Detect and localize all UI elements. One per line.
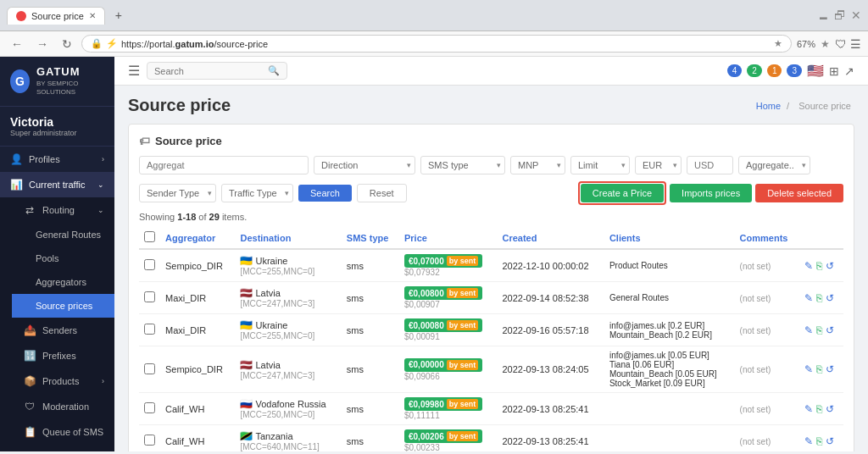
row-checkbox-3[interactable] [144, 363, 155, 374]
sidebar-label-routing: Routing [42, 205, 75, 215]
sidebar-item-profiles[interactable]: 👤 Profiles › [0, 147, 114, 172]
topbar-badge-4[interactable]: 3 [787, 64, 802, 77]
copy-icon[interactable]: ⎘ [816, 324, 822, 336]
topbar-badge-2[interactable]: 2 [747, 64, 762, 77]
cell-actions: ✎ ⎘ ↺ [799, 314, 843, 346]
refresh-icon[interactable]: ↺ [826, 363, 834, 375]
row-checkbox-0[interactable] [144, 259, 155, 270]
sender-type-select[interactable]: Sender Type [139, 184, 216, 202]
sidebar-item-aggregators[interactable]: Aggregators [12, 270, 114, 294]
minimize-button[interactable]: 🗕 [817, 8, 829, 22]
card-title-icon: 🏷 [139, 135, 150, 147]
action-icons: ✎ ⎘ ↺ [804, 292, 838, 304]
sidebar-item-sms-full-data[interactable]: 📊 SMS full data [0, 445, 114, 451]
create-price-button[interactable]: Create a Price [581, 184, 664, 202]
sidebar-item-current-traffic[interactable]: 📊 Current traffic ⌄ [0, 172, 114, 197]
breadcrumb-home[interactable]: Home [756, 101, 781, 111]
copy-icon[interactable]: ⎘ [816, 435, 822, 447]
close-window-button[interactable]: ✕ [851, 8, 861, 22]
copy-icon[interactable]: ⎘ [816, 292, 822, 304]
grid-icon[interactable]: ⊞ [829, 64, 839, 78]
dest-mcc: [MCC=255,MNC=0] [240, 267, 336, 276]
search-input[interactable] [154, 66, 264, 76]
sidebar-item-moderation[interactable]: 🛡 Moderation [0, 394, 114, 419]
client-item: Mountain_Beach [0.05 EUR] [609, 369, 730, 379]
usd-input[interactable] [687, 156, 733, 174]
edit-icon[interactable]: ✎ [804, 260, 813, 272]
url-bar[interactable]: 🔒 ⚡ https://portal.gatum.io/source-price… [81, 35, 792, 53]
language-flag[interactable]: 🇺🇸 [807, 63, 824, 79]
import-prices-button[interactable]: Imports prices [670, 184, 752, 202]
row-checkbox-5[interactable] [144, 435, 155, 446]
aggregate-select[interactable]: Aggregate... [738, 156, 810, 174]
routing-chevron-icon: ⌄ [97, 206, 104, 214]
sidebar-item-general-routes[interactable]: General Routes [12, 223, 114, 246]
cell-actions: ✎ ⎘ ↺ [799, 249, 843, 282]
edit-icon[interactable]: ✎ [804, 292, 813, 304]
star-icon[interactable]: ★ [821, 38, 830, 50]
refresh-icon[interactable]: ↺ [826, 260, 834, 272]
aggregate-select-wrap: Aggregate... [738, 156, 810, 174]
search-box[interactable]: 🔍 [147, 62, 287, 80]
copy-icon[interactable]: ⎘ [816, 403, 822, 415]
reset-button[interactable]: Reset [357, 184, 407, 202]
new-tab-button[interactable]: + [108, 5, 129, 25]
search-button[interactable]: Search [298, 185, 352, 202]
breadcrumb: Home / Source price [756, 101, 854, 111]
traffic-type-select-wrap: Traffic Type [221, 184, 293, 202]
delete-selected-button[interactable]: Delete selected [755, 184, 843, 202]
refresh-icon[interactable]: ↺ [826, 324, 834, 336]
tab-close-button[interactable]: ✕ [89, 11, 96, 20]
client-item: info@james.uk [0.2 EUR] [609, 321, 730, 330]
sidebar-item-prefixes[interactable]: 🔢 Prefixes [0, 343, 114, 368]
select-all-checkbox[interactable] [144, 231, 155, 242]
copy-icon[interactable]: ⎘ [816, 363, 822, 375]
sidebar-item-senders[interactable]: 📤 Senders [0, 318, 114, 343]
row-checkbox-2[interactable] [144, 324, 155, 335]
traffic-type-select[interactable]: Traffic Type [221, 184, 293, 202]
sidebar-item-queue-sms[interactable]: 📋 Queue of SMS [0, 419, 114, 445]
direction-select-wrap: Direction [314, 156, 415, 174]
eur-select[interactable]: EUR [635, 156, 682, 174]
row-checkbox-4[interactable] [144, 402, 155, 413]
sidebar-label-moderation: Moderation [42, 401, 89, 412]
sidebar-item-source-prices[interactable]: Source prices [12, 294, 114, 318]
sidebar-item-routing[interactable]: ⇄ Routing ⌄ [0, 197, 114, 223]
hamburger-icon[interactable]: ☰ [128, 63, 140, 79]
edit-icon[interactable]: ✎ [804, 324, 813, 336]
page-header: Source price Home / Source price [128, 96, 854, 115]
refresh-button[interactable]: ↻ [58, 36, 76, 53]
edit-icon[interactable]: ✎ [804, 435, 813, 447]
copy-icon[interactable]: ⎘ [816, 260, 822, 272]
extensions-button[interactable]: 🛡 [835, 37, 847, 51]
sidebar-item-products[interactable]: 📦 Products › [0, 368, 114, 394]
dest-flag: 🇺🇦 [240, 255, 253, 267]
cell-created: 2022-09-16 05:57:18 [497, 314, 604, 346]
direction-select[interactable]: Direction [314, 156, 415, 174]
topbar-badge-3[interactable]: 1 [767, 64, 782, 77]
aggregator-input[interactable] [139, 156, 309, 174]
topbar-badge-1[interactable]: 4 [727, 64, 743, 77]
edit-icon[interactable]: ✎ [804, 403, 813, 415]
queue-icon: 📋 [24, 426, 36, 438]
refresh-icon[interactable]: ↺ [826, 403, 834, 415]
restore-button[interactable]: 🗗 [834, 8, 846, 22]
active-tab[interactable]: Source price ✕ [7, 7, 105, 25]
create-price-highlight: Create a Price [578, 181, 666, 205]
forward-button[interactable]: → [32, 36, 53, 53]
cell-sms-type: sms [342, 393, 399, 425]
refresh-icon[interactable]: ↺ [826, 435, 834, 447]
topbar-right: 4 2 1 3 🇺🇸 ⊞ ↗ [727, 63, 854, 79]
refresh-icon[interactable]: ↺ [826, 292, 834, 304]
sidebar-item-pools[interactable]: Pools [12, 246, 114, 270]
sms-type-select[interactable]: SMS type [420, 156, 505, 174]
menu-button[interactable]: ☰ [850, 37, 861, 51]
row-checkbox-1[interactable] [144, 291, 155, 302]
source-price-table: Aggregator Destination SMS type Price Cr… [139, 227, 843, 451]
price-badge: €0,00800 by sent [404, 286, 482, 300]
mnp-select[interactable]: MNP [510, 156, 565, 174]
limit-select[interactable]: Limit [570, 156, 630, 174]
external-link-icon[interactable]: ↗ [844, 64, 854, 78]
edit-icon[interactable]: ✎ [804, 363, 813, 375]
back-button[interactable]: ← [7, 36, 27, 53]
